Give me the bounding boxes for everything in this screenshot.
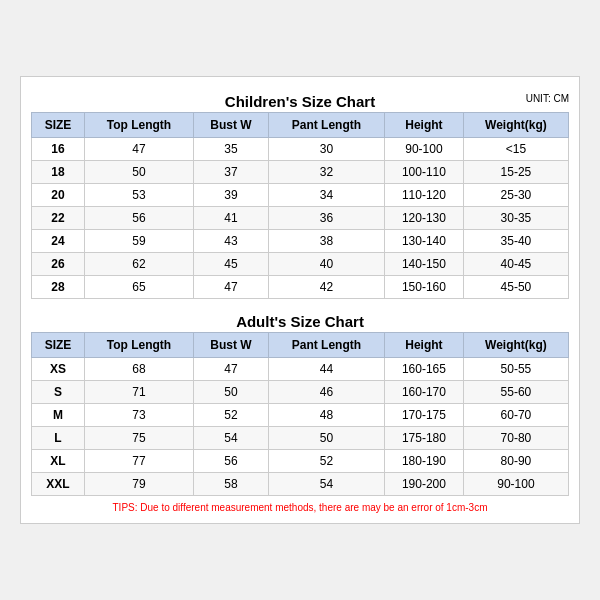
- children-header-bustw: Bust W: [194, 113, 269, 138]
- table-row: 20533934110-12025-30: [32, 184, 569, 207]
- table-cell: 70-80: [463, 427, 568, 450]
- table-cell: 54: [194, 427, 269, 450]
- table-cell: 54: [268, 473, 384, 496]
- table-cell: 42: [268, 276, 384, 299]
- adults-header-height: Height: [385, 333, 464, 358]
- adults-header-bustw: Bust W: [194, 333, 269, 358]
- table-cell: 59: [84, 230, 193, 253]
- table-cell: 90-100: [463, 473, 568, 496]
- table-cell: 175-180: [385, 427, 464, 450]
- table-cell: 50: [84, 161, 193, 184]
- table-cell: 52: [268, 450, 384, 473]
- table-row: L755450175-18070-80: [32, 427, 569, 450]
- table-cell: 30-35: [463, 207, 568, 230]
- children-header-pantlength: Pant Length: [268, 113, 384, 138]
- table-cell: 73: [84, 404, 193, 427]
- table-cell: 71: [84, 381, 193, 404]
- table-cell: 39: [194, 184, 269, 207]
- table-cell: 50: [268, 427, 384, 450]
- table-cell: 28: [32, 276, 85, 299]
- chart-container: Children's Size Chart UNIT: CM SIZE Top …: [20, 76, 580, 524]
- table-row: M735248170-17560-70: [32, 404, 569, 427]
- table-cell: 62: [84, 253, 193, 276]
- table-cell: 53: [84, 184, 193, 207]
- table-cell: 79: [84, 473, 193, 496]
- table-row: 28654742150-16045-50: [32, 276, 569, 299]
- table-cell: 36: [268, 207, 384, 230]
- table-cell: 140-150: [385, 253, 464, 276]
- children-header-size: SIZE: [32, 113, 85, 138]
- table-cell: 25-30: [463, 184, 568, 207]
- table-cell: 58: [194, 473, 269, 496]
- table-cell: 46: [268, 381, 384, 404]
- tips-text: TIPS: Due to different measurement metho…: [31, 502, 569, 513]
- children-section-title: Children's Size Chart UNIT: CM: [31, 87, 569, 112]
- table-cell: XXL: [32, 473, 85, 496]
- adults-title-text: Adult's Size Chart: [236, 313, 364, 330]
- table-cell: 77: [84, 450, 193, 473]
- table-cell: S: [32, 381, 85, 404]
- children-title-text: Children's Size Chart: [225, 93, 375, 110]
- table-cell: 22: [32, 207, 85, 230]
- table-cell: XS: [32, 358, 85, 381]
- table-row: 18503732100-11015-25: [32, 161, 569, 184]
- table-cell: 44: [268, 358, 384, 381]
- table-cell: 45: [194, 253, 269, 276]
- children-header-row: SIZE Top Length Bust W Pant Length Heigh…: [32, 113, 569, 138]
- table-row: 22564136120-13030-35: [32, 207, 569, 230]
- table-row: XXL795854190-20090-100: [32, 473, 569, 496]
- table-cell: L: [32, 427, 85, 450]
- table-cell: 120-130: [385, 207, 464, 230]
- table-cell: 30: [268, 138, 384, 161]
- table-cell: 190-200: [385, 473, 464, 496]
- table-cell: 65: [84, 276, 193, 299]
- table-cell: 55-60: [463, 381, 568, 404]
- table-row: 26624540140-15040-45: [32, 253, 569, 276]
- table-cell: 48: [268, 404, 384, 427]
- table-cell: 32: [268, 161, 384, 184]
- table-cell: 60-70: [463, 404, 568, 427]
- table-cell: 26: [32, 253, 85, 276]
- table-cell: 75: [84, 427, 193, 450]
- adults-header-row: SIZE Top Length Bust W Pant Length Heigh…: [32, 333, 569, 358]
- adults-table: SIZE Top Length Bust W Pant Length Heigh…: [31, 332, 569, 496]
- table-cell: 50: [194, 381, 269, 404]
- table-cell: 180-190: [385, 450, 464, 473]
- table-cell: 41: [194, 207, 269, 230]
- table-cell: 68: [84, 358, 193, 381]
- table-cell: <15: [463, 138, 568, 161]
- table-cell: 110-120: [385, 184, 464, 207]
- children-header-height: Height: [385, 113, 464, 138]
- table-cell: 160-165: [385, 358, 464, 381]
- table-cell: 80-90: [463, 450, 568, 473]
- children-header-toplength: Top Length: [84, 113, 193, 138]
- table-cell: 47: [194, 276, 269, 299]
- table-cell: 16: [32, 138, 85, 161]
- adults-header-toplength: Top Length: [84, 333, 193, 358]
- table-row: XL775652180-19080-90: [32, 450, 569, 473]
- table-cell: 20: [32, 184, 85, 207]
- table-cell: 56: [84, 207, 193, 230]
- table-cell: 52: [194, 404, 269, 427]
- table-row: 24594338130-14035-40: [32, 230, 569, 253]
- table-cell: 35-40: [463, 230, 568, 253]
- table-cell: 130-140: [385, 230, 464, 253]
- table-row: 1647353090-100<15: [32, 138, 569, 161]
- table-cell: 160-170: [385, 381, 464, 404]
- table-cell: 35: [194, 138, 269, 161]
- table-cell: 37: [194, 161, 269, 184]
- table-row: S715046160-17055-60: [32, 381, 569, 404]
- table-cell: M: [32, 404, 85, 427]
- table-cell: 24: [32, 230, 85, 253]
- table-cell: 56: [194, 450, 269, 473]
- table-cell: 100-110: [385, 161, 464, 184]
- table-cell: XL: [32, 450, 85, 473]
- table-cell: 38: [268, 230, 384, 253]
- adults-header-pantlength: Pant Length: [268, 333, 384, 358]
- table-cell: 170-175: [385, 404, 464, 427]
- table-cell: 15-25: [463, 161, 568, 184]
- table-cell: 34: [268, 184, 384, 207]
- children-table: SIZE Top Length Bust W Pant Length Heigh…: [31, 112, 569, 299]
- table-cell: 47: [194, 358, 269, 381]
- adults-header-weight: Weight(kg): [463, 333, 568, 358]
